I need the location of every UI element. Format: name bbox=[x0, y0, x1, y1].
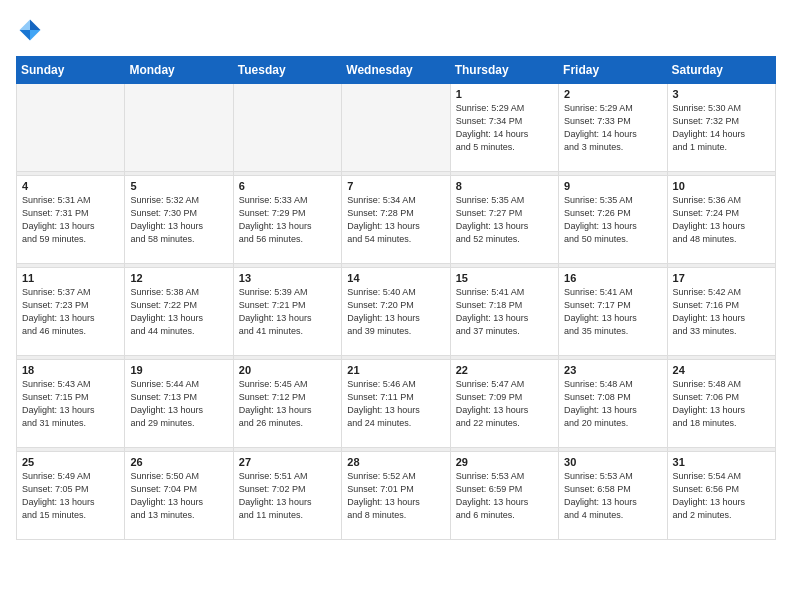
col-header-wednesday: Wednesday bbox=[342, 57, 450, 84]
calendar-cell: 1Sunrise: 5:29 AMSunset: 7:34 PMDaylight… bbox=[450, 84, 558, 172]
day-number: 8 bbox=[456, 180, 553, 192]
day-info: Sunrise: 5:53 AMSunset: 6:58 PMDaylight:… bbox=[564, 470, 661, 522]
day-info: Sunrise: 5:45 AMSunset: 7:12 PMDaylight:… bbox=[239, 378, 336, 430]
day-number: 30 bbox=[564, 456, 661, 468]
day-number: 24 bbox=[673, 364, 770, 376]
day-number: 20 bbox=[239, 364, 336, 376]
day-info: Sunrise: 5:39 AMSunset: 7:21 PMDaylight:… bbox=[239, 286, 336, 338]
day-info: Sunrise: 5:42 AMSunset: 7:16 PMDaylight:… bbox=[673, 286, 770, 338]
calendar-cell: 24Sunrise: 5:48 AMSunset: 7:06 PMDayligh… bbox=[667, 360, 775, 448]
day-info: Sunrise: 5:31 AMSunset: 7:31 PMDaylight:… bbox=[22, 194, 119, 246]
col-header-thursday: Thursday bbox=[450, 57, 558, 84]
day-info: Sunrise: 5:41 AMSunset: 7:17 PMDaylight:… bbox=[564, 286, 661, 338]
calendar-cell: 6Sunrise: 5:33 AMSunset: 7:29 PMDaylight… bbox=[233, 176, 341, 264]
day-number: 23 bbox=[564, 364, 661, 376]
calendar-cell: 29Sunrise: 5:53 AMSunset: 6:59 PMDayligh… bbox=[450, 452, 558, 540]
day-number: 14 bbox=[347, 272, 444, 284]
day-info: Sunrise: 5:51 AMSunset: 7:02 PMDaylight:… bbox=[239, 470, 336, 522]
calendar-cell: 23Sunrise: 5:48 AMSunset: 7:08 PMDayligh… bbox=[559, 360, 667, 448]
day-info: Sunrise: 5:37 AMSunset: 7:23 PMDaylight:… bbox=[22, 286, 119, 338]
calendar-table: SundayMondayTuesdayWednesdayThursdayFrid… bbox=[16, 56, 776, 540]
svg-marker-1 bbox=[30, 30, 41, 41]
day-number: 2 bbox=[564, 88, 661, 100]
day-number: 31 bbox=[673, 456, 770, 468]
day-info: Sunrise: 5:40 AMSunset: 7:20 PMDaylight:… bbox=[347, 286, 444, 338]
calendar-cell: 15Sunrise: 5:41 AMSunset: 7:18 PMDayligh… bbox=[450, 268, 558, 356]
calendar-cell: 18Sunrise: 5:43 AMSunset: 7:15 PMDayligh… bbox=[17, 360, 125, 448]
day-number: 10 bbox=[673, 180, 770, 192]
calendar-cell: 5Sunrise: 5:32 AMSunset: 7:30 PMDaylight… bbox=[125, 176, 233, 264]
day-number: 1 bbox=[456, 88, 553, 100]
calendar-cell bbox=[125, 84, 233, 172]
calendar-cell: 30Sunrise: 5:53 AMSunset: 6:58 PMDayligh… bbox=[559, 452, 667, 540]
calendar-cell: 4Sunrise: 5:31 AMSunset: 7:31 PMDaylight… bbox=[17, 176, 125, 264]
calendar-cell: 27Sunrise: 5:51 AMSunset: 7:02 PMDayligh… bbox=[233, 452, 341, 540]
svg-marker-0 bbox=[30, 20, 41, 31]
calendar-cell: 9Sunrise: 5:35 AMSunset: 7:26 PMDaylight… bbox=[559, 176, 667, 264]
day-info: Sunrise: 5:48 AMSunset: 7:08 PMDaylight:… bbox=[564, 378, 661, 430]
logo bbox=[16, 16, 48, 44]
day-info: Sunrise: 5:32 AMSunset: 7:30 PMDaylight:… bbox=[130, 194, 227, 246]
calendar-week-row: 25Sunrise: 5:49 AMSunset: 7:05 PMDayligh… bbox=[17, 452, 776, 540]
calendar-week-row: 1Sunrise: 5:29 AMSunset: 7:34 PMDaylight… bbox=[17, 84, 776, 172]
day-info: Sunrise: 5:30 AMSunset: 7:32 PMDaylight:… bbox=[673, 102, 770, 154]
day-info: Sunrise: 5:43 AMSunset: 7:15 PMDaylight:… bbox=[22, 378, 119, 430]
col-header-sunday: Sunday bbox=[17, 57, 125, 84]
day-number: 29 bbox=[456, 456, 553, 468]
page-header bbox=[16, 16, 776, 44]
day-number: 18 bbox=[22, 364, 119, 376]
day-info: Sunrise: 5:48 AMSunset: 7:06 PMDaylight:… bbox=[673, 378, 770, 430]
day-info: Sunrise: 5:50 AMSunset: 7:04 PMDaylight:… bbox=[130, 470, 227, 522]
day-number: 26 bbox=[130, 456, 227, 468]
calendar-cell: 31Sunrise: 5:54 AMSunset: 6:56 PMDayligh… bbox=[667, 452, 775, 540]
calendar-header-row: SundayMondayTuesdayWednesdayThursdayFrid… bbox=[17, 57, 776, 84]
calendar-cell: 12Sunrise: 5:38 AMSunset: 7:22 PMDayligh… bbox=[125, 268, 233, 356]
calendar-cell: 2Sunrise: 5:29 AMSunset: 7:33 PMDaylight… bbox=[559, 84, 667, 172]
day-number: 3 bbox=[673, 88, 770, 100]
calendar-cell: 19Sunrise: 5:44 AMSunset: 7:13 PMDayligh… bbox=[125, 360, 233, 448]
day-info: Sunrise: 5:52 AMSunset: 7:01 PMDaylight:… bbox=[347, 470, 444, 522]
calendar-cell: 26Sunrise: 5:50 AMSunset: 7:04 PMDayligh… bbox=[125, 452, 233, 540]
calendar-cell: 21Sunrise: 5:46 AMSunset: 7:11 PMDayligh… bbox=[342, 360, 450, 448]
calendar-cell: 17Sunrise: 5:42 AMSunset: 7:16 PMDayligh… bbox=[667, 268, 775, 356]
calendar-cell: 7Sunrise: 5:34 AMSunset: 7:28 PMDaylight… bbox=[342, 176, 450, 264]
calendar-cell: 8Sunrise: 5:35 AMSunset: 7:27 PMDaylight… bbox=[450, 176, 558, 264]
day-number: 28 bbox=[347, 456, 444, 468]
day-info: Sunrise: 5:29 AMSunset: 7:33 PMDaylight:… bbox=[564, 102, 661, 154]
day-number: 16 bbox=[564, 272, 661, 284]
calendar-cell: 25Sunrise: 5:49 AMSunset: 7:05 PMDayligh… bbox=[17, 452, 125, 540]
col-header-monday: Monday bbox=[125, 57, 233, 84]
calendar-cell: 3Sunrise: 5:30 AMSunset: 7:32 PMDaylight… bbox=[667, 84, 775, 172]
day-info: Sunrise: 5:46 AMSunset: 7:11 PMDaylight:… bbox=[347, 378, 444, 430]
day-info: Sunrise: 5:41 AMSunset: 7:18 PMDaylight:… bbox=[456, 286, 553, 338]
day-info: Sunrise: 5:38 AMSunset: 7:22 PMDaylight:… bbox=[130, 286, 227, 338]
day-number: 21 bbox=[347, 364, 444, 376]
calendar-cell bbox=[17, 84, 125, 172]
day-number: 25 bbox=[22, 456, 119, 468]
logo-icon bbox=[16, 16, 44, 44]
day-number: 19 bbox=[130, 364, 227, 376]
day-number: 5 bbox=[130, 180, 227, 192]
calendar-cell: 16Sunrise: 5:41 AMSunset: 7:17 PMDayligh… bbox=[559, 268, 667, 356]
calendar-cell: 20Sunrise: 5:45 AMSunset: 7:12 PMDayligh… bbox=[233, 360, 341, 448]
day-info: Sunrise: 5:36 AMSunset: 7:24 PMDaylight:… bbox=[673, 194, 770, 246]
day-number: 17 bbox=[673, 272, 770, 284]
col-header-friday: Friday bbox=[559, 57, 667, 84]
calendar-cell: 13Sunrise: 5:39 AMSunset: 7:21 PMDayligh… bbox=[233, 268, 341, 356]
calendar-cell: 22Sunrise: 5:47 AMSunset: 7:09 PMDayligh… bbox=[450, 360, 558, 448]
day-info: Sunrise: 5:35 AMSunset: 7:26 PMDaylight:… bbox=[564, 194, 661, 246]
day-number: 15 bbox=[456, 272, 553, 284]
day-info: Sunrise: 5:35 AMSunset: 7:27 PMDaylight:… bbox=[456, 194, 553, 246]
calendar-week-row: 18Sunrise: 5:43 AMSunset: 7:15 PMDayligh… bbox=[17, 360, 776, 448]
day-number: 7 bbox=[347, 180, 444, 192]
calendar-cell: 11Sunrise: 5:37 AMSunset: 7:23 PMDayligh… bbox=[17, 268, 125, 356]
day-info: Sunrise: 5:54 AMSunset: 6:56 PMDaylight:… bbox=[673, 470, 770, 522]
day-number: 11 bbox=[22, 272, 119, 284]
day-number: 27 bbox=[239, 456, 336, 468]
calendar-cell: 10Sunrise: 5:36 AMSunset: 7:24 PMDayligh… bbox=[667, 176, 775, 264]
day-number: 22 bbox=[456, 364, 553, 376]
calendar-week-row: 4Sunrise: 5:31 AMSunset: 7:31 PMDaylight… bbox=[17, 176, 776, 264]
calendar-cell: 14Sunrise: 5:40 AMSunset: 7:20 PMDayligh… bbox=[342, 268, 450, 356]
day-number: 4 bbox=[22, 180, 119, 192]
day-info: Sunrise: 5:34 AMSunset: 7:28 PMDaylight:… bbox=[347, 194, 444, 246]
